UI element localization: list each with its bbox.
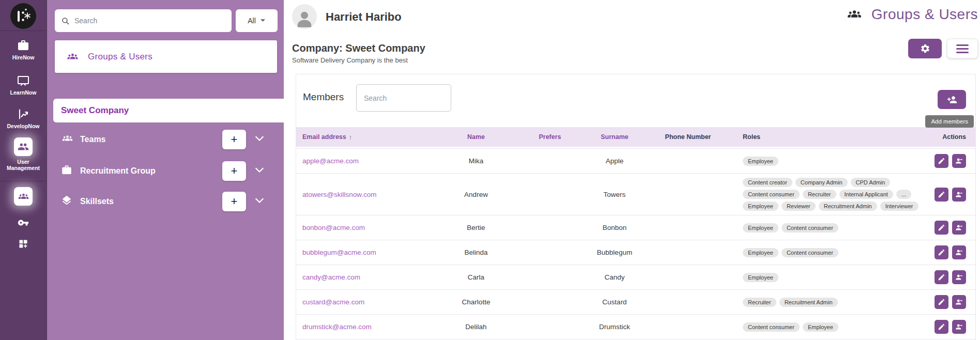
member-prefers	[512, 215, 588, 240]
groups-icon	[61, 133, 74, 146]
member-email-link[interactable]: apple@acme.com	[302, 157, 359, 165]
edit-member-button[interactable]	[935, 221, 948, 235]
sidebar-search	[55, 9, 232, 32]
column-header-phone: Phone Number	[641, 133, 734, 141]
member-name: Belinda	[440, 240, 512, 265]
rail-tool-apps[interactable]	[0, 239, 47, 249]
role-chip: Interviewer	[880, 202, 918, 211]
brand-logo[interactable]	[0, 3, 47, 30]
member-roles: EmployeeContent consumer	[734, 215, 925, 240]
remove-member-button[interactable]	[952, 245, 966, 259]
member-roles: RecruiterRecruitment Admin	[734, 290, 925, 314]
member-name: Mika	[440, 149, 512, 173]
column-header-prefers[interactable]: Prefers	[512, 133, 588, 141]
column-header-email[interactable]: Email address↑	[296, 133, 440, 141]
sidebar-group-label[interactable]: Skillsets	[80, 197, 114, 206]
sidebar-nav-groups-users[interactable]: Groups & Users	[55, 40, 277, 73]
role-chip: Employee	[743, 223, 778, 233]
sidebar-item-label: HireNow	[0, 54, 47, 60]
add-recruitment-group-button[interactable]: +	[222, 161, 246, 181]
column-header-actions: Actions	[925, 133, 975, 141]
sidebar-item-user-management[interactable]: User Management	[0, 137, 47, 171]
brand-logo-icon	[10, 3, 37, 29]
member-roles: Employee	[734, 265, 925, 289]
members-card: Members Add members Email address↑NamePr…	[296, 74, 976, 340]
member-phone	[641, 240, 734, 265]
edit-member-button[interactable]	[935, 188, 948, 202]
table-body: apple@acme.comMikaAppleEmployeeatowers@s…	[296, 148, 975, 339]
add-team-button[interactable]: +	[222, 130, 246, 149]
member-phone	[641, 290, 734, 314]
edit-member-button[interactable]	[935, 154, 948, 168]
remove-member-button[interactable]	[952, 188, 966, 202]
remove-member-button[interactable]	[952, 270, 966, 284]
company-banner: Sweet Company	[53, 99, 284, 122]
sidebar-item-label: DevelopNow	[0, 123, 47, 129]
app-window: HireNow LearnNow DevelopNow User Managem…	[0, 0, 980, 340]
role-chip: Employee	[803, 322, 838, 332]
member-phone	[641, 174, 734, 215]
role-chip: Content consumer	[782, 248, 838, 257]
chevron-down-icon	[255, 167, 264, 174]
member-email-link[interactable]: bonbon@acme.com	[302, 224, 365, 231]
filter-value: All	[248, 17, 256, 25]
edit-member-button[interactable]	[935, 245, 948, 259]
role-chip: Recruitment Admin	[779, 298, 838, 307]
edit-member-button[interactable]	[935, 295, 948, 309]
member-email-link[interactable]: atowers@skillsnow.com	[302, 191, 377, 198]
expand-teams-button[interactable]	[254, 135, 265, 145]
remove-member-button[interactable]	[952, 320, 966, 334]
sidebar-item-developnow[interactable]: DevelopNow	[0, 108, 47, 129]
rail-tool-key[interactable]	[0, 217, 47, 228]
groups-icon	[66, 51, 79, 63]
sidebar-search-input[interactable]	[74, 17, 225, 25]
remove-member-button[interactable]	[952, 221, 966, 235]
member-phone	[641, 315, 734, 339]
role-chip: CPD Admin	[851, 178, 891, 187]
rail-divider	[0, 30, 47, 31]
member-surname: Bonbon	[588, 215, 641, 240]
settings-button[interactable]	[908, 39, 942, 58]
sidebar-item-hirenow[interactable]: HireNow	[0, 39, 47, 60]
column-header-name[interactable]: Name	[440, 133, 512, 141]
member-roles: EmployeeContent consumer	[734, 240, 925, 265]
role-chip: Recruiter	[743, 298, 776, 307]
rail-tool-groups[interactable]	[0, 187, 47, 206]
avatar	[292, 4, 317, 29]
column-header-surname[interactable]: Surname	[588, 133, 641, 141]
person-add-icon	[946, 95, 958, 105]
member-surname: Custard	[588, 290, 641, 314]
member-phone	[641, 149, 734, 173]
remove-member-button[interactable]	[952, 154, 966, 168]
sidebar-group-skillsets: Skillsets +	[47, 186, 284, 217]
presentation-screen-icon	[17, 74, 29, 87]
sidebar-item-label: User Management	[3, 159, 43, 171]
sidebar-group-label[interactable]: Recruitment Group	[80, 166, 156, 176]
member-email-link[interactable]: candy@acme.com	[302, 273, 360, 281]
expand-recruitment-button[interactable]	[254, 166, 265, 176]
members-search-input[interactable]	[356, 84, 451, 112]
member-roles: Employee	[734, 149, 925, 173]
member-email-link[interactable]: drumstick@acme.com	[302, 323, 372, 331]
add-members-button[interactable]	[938, 90, 966, 109]
add-skillset-button[interactable]: +	[222, 192, 246, 211]
remove-member-button[interactable]	[952, 295, 966, 309]
expand-skillsets-button[interactable]	[254, 197, 265, 207]
chevron-down-icon	[255, 136, 264, 142]
main-content: Harriet Haribo Groups & Users Company: S…	[284, 0, 980, 340]
member-email-link[interactable]: bubblegum@acme.com	[302, 249, 376, 256]
edit-member-button[interactable]	[935, 320, 948, 334]
role-chip: Employee	[743, 157, 778, 166]
sidebar-item-learnnow[interactable]: LearnNow	[0, 74, 47, 96]
member-name: Delilah	[440, 315, 512, 339]
search-icon	[61, 17, 70, 25]
sidebar-group-label[interactable]: Teams	[80, 135, 106, 144]
briefcase-icon	[61, 165, 72, 178]
edit-member-button[interactable]	[935, 270, 948, 284]
menu-button[interactable]	[947, 39, 978, 58]
member-email-link[interactable]: custard@acme.com	[302, 298, 364, 306]
member-phone	[641, 215, 734, 240]
sidebar-filter-dropdown[interactable]: All	[236, 9, 278, 32]
table-row: apple@acme.comMikaAppleEmployee	[296, 149, 975, 174]
table-row: custard@acme.comCharlotteCustardRecruite…	[296, 290, 975, 315]
